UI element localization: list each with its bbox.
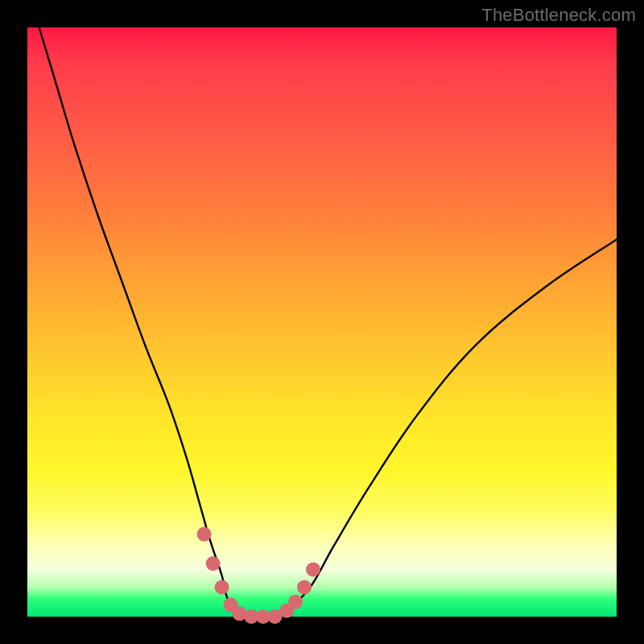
- overlay-dot: [297, 580, 312, 594]
- overlay-dot: [206, 556, 221, 571]
- highlighted-range-dots: [197, 527, 320, 624]
- overlay-dot: [306, 562, 320, 576]
- plot-area: [27, 27, 617, 617]
- chart-stage: TheBottleneck.com: [0, 0, 644, 644]
- bottleneck-curve: [39, 27, 617, 617]
- overlay-dot: [215, 580, 229, 594]
- watermark-text: TheBottleneck.com: [481, 5, 636, 26]
- chart-svg: [27, 27, 617, 617]
- overlay-dot: [288, 595, 303, 609]
- overlay-dot: [197, 527, 212, 542]
